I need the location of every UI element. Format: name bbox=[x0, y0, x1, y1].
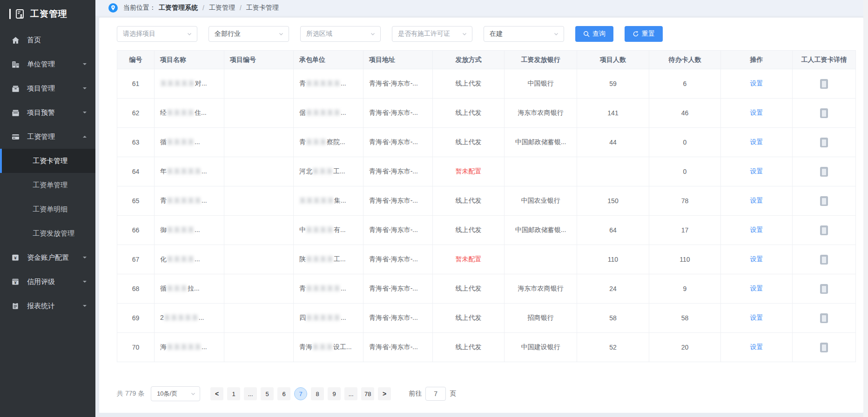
content-card: 请选择项目全部行业所选区域是否有施工许可证在建查询重置 编号项目名称项目编号承包… bbox=[99, 18, 863, 413]
visible-fragment: 陕 bbox=[299, 255, 306, 263]
page-size-select[interactable]: 10条/页 bbox=[151, 386, 200, 401]
breadcrumb-root[interactable]: 工资管理系统 bbox=[159, 4, 198, 12]
cell-pay-method: 暂未配置 bbox=[433, 157, 505, 186]
cell-people-count: 58 bbox=[577, 304, 649, 333]
cell-people-count: 141 bbox=[577, 99, 649, 128]
reset-button[interactable]: 重置 bbox=[625, 26, 663, 42]
sidebar-item-funds[interactable]: ¥资金账户配置 bbox=[0, 245, 95, 270]
goto-page-input[interactable] bbox=[425, 387, 446, 401]
cell-card-detail bbox=[793, 157, 856, 186]
settings-link[interactable]: 设置 bbox=[750, 197, 763, 204]
page-button-9[interactable]: 9 bbox=[328, 387, 341, 400]
breadcrumb-item[interactable]: 工资卡管理 bbox=[246, 4, 279, 12]
cell-project-name: 化某某某某... bbox=[155, 245, 224, 274]
worker-card-detail-icon[interactable] bbox=[820, 343, 828, 352]
worker-card-detail-icon[interactable] bbox=[820, 108, 828, 118]
sidebar-item-home[interactable]: 首页 bbox=[0, 28, 95, 52]
cell-actions: 设置 bbox=[721, 99, 793, 128]
next-page-button[interactable]: > bbox=[378, 387, 391, 400]
page-button-6[interactable]: 6 bbox=[277, 387, 290, 400]
page-ellipsis: ... bbox=[344, 387, 357, 400]
chevron-down-icon bbox=[370, 31, 376, 37]
project-select[interactable]: 请选择项目 bbox=[117, 26, 197, 42]
status-select[interactable]: 在建 bbox=[484, 26, 564, 42]
worker-card-detail-icon[interactable] bbox=[820, 313, 828, 323]
region-select[interactable]: 所选区域 bbox=[300, 26, 381, 42]
worker-card-detail-icon[interactable] bbox=[820, 284, 828, 294]
sidebar-subitem-工资发放管理[interactable]: 工资发放管理 bbox=[0, 221, 95, 245]
cell-id: 64 bbox=[117, 157, 155, 186]
sidebar-subitem-工资单明细[interactable]: 工资单明细 bbox=[0, 197, 95, 221]
page-button-8[interactable]: 8 bbox=[311, 387, 324, 400]
redacted-text: 某某某某某 bbox=[306, 314, 341, 321]
sidebar-item-alerts[interactable]: 项目预警 bbox=[0, 100, 95, 125]
worker-card-detail-icon[interactable] bbox=[820, 196, 828, 206]
page-scrollbar[interactable] bbox=[863, 0, 868, 417]
industry-select[interactable]: 全部行业 bbox=[209, 26, 289, 42]
page-button-1[interactable]: 1 bbox=[227, 387, 240, 400]
worker-card-detail-icon[interactable] bbox=[820, 225, 828, 235]
redacted-text: 某某某某某 bbox=[160, 79, 195, 87]
settings-link[interactable]: 设置 bbox=[750, 343, 763, 351]
units-icon bbox=[11, 60, 20, 69]
truncation-ellipsis: ... bbox=[202, 197, 207, 204]
worker-card-detail-icon[interactable] bbox=[820, 255, 828, 265]
chevron-down-icon bbox=[82, 279, 87, 284]
cell-contractor: 青海某某某设工... bbox=[294, 333, 363, 362]
cell-project-code bbox=[224, 128, 294, 157]
page-button-78[interactable]: 78 bbox=[361, 387, 374, 400]
column-header-操作: 操作 bbox=[721, 51, 793, 69]
breadcrumb-item[interactable]: 工资管理 bbox=[209, 4, 235, 12]
prev-page-button[interactable]: < bbox=[210, 387, 223, 400]
sidebar-subitem-工资单管理[interactable]: 工资单管理 bbox=[0, 173, 95, 197]
cell-project-name: 循某某某某... bbox=[155, 128, 224, 157]
cell-people-count: 150 bbox=[577, 186, 649, 216]
cell-contractor: 青某某某察院... bbox=[294, 128, 363, 157]
cell-address: 青海省-海东市-... bbox=[363, 186, 433, 216]
cell-contractor: 中某某某某有... bbox=[294, 216, 363, 245]
cell-project-name: 青某某某某某... bbox=[155, 186, 224, 216]
settings-link[interactable]: 设置 bbox=[750, 285, 763, 292]
cell-contractor: 河北某某某工... bbox=[294, 157, 363, 186]
worker-card-detail-icon[interactable] bbox=[820, 167, 828, 177]
table-row: 62经某某某某住...倨某某某某某...青海省-海东市-...线上代发海东市农商… bbox=[117, 99, 856, 128]
truncation-ellipsis: ... bbox=[346, 343, 352, 351]
permit-select[interactable]: 是否有施工许可证 bbox=[392, 26, 472, 42]
app-title: 工资管理 bbox=[30, 8, 67, 20]
redacted-text: 某某某某某 bbox=[299, 197, 334, 204]
worker-card-detail-icon[interactable] bbox=[820, 138, 828, 147]
alerts-icon bbox=[11, 108, 20, 117]
sidebar-item-credit[interactable]: ¥信用评级 bbox=[0, 270, 95, 294]
cell-pending-cards: 0 bbox=[649, 128, 721, 157]
settings-link[interactable]: 设置 bbox=[750, 138, 763, 146]
table-row: 692某某某某某...四某某某某某...青海省-海东市-...线上代发招商银行5… bbox=[117, 304, 856, 333]
settings-link[interactable]: 设置 bbox=[750, 226, 763, 233]
sidebar-item-projects[interactable]: 项目管理 bbox=[0, 76, 95, 100]
sidebar-item-units[interactable]: 单位管理 bbox=[0, 52, 95, 76]
page-ellipsis: ... bbox=[244, 387, 257, 400]
cell-id: 66 bbox=[117, 216, 155, 245]
cell-contractor: 陕某某某某工... bbox=[294, 245, 363, 274]
settings-link[interactable]: 设置 bbox=[750, 255, 763, 263]
settings-link[interactable]: 设置 bbox=[750, 167, 763, 175]
table-row: 65青某某某某某...某某某某某集...青海省-海东市-...线上代发中国农业银… bbox=[117, 186, 856, 216]
page-button-7[interactable]: 7 bbox=[294, 387, 307, 400]
sidebar-subitem-工资卡管理[interactable]: 工资卡管理 bbox=[0, 149, 95, 173]
cell-pending-cards: 20 bbox=[649, 333, 721, 362]
truncation-ellipsis: ... bbox=[340, 167, 345, 175]
visible-fragment: 对 bbox=[195, 79, 202, 87]
sidebar-item-label: 报表统计 bbox=[27, 302, 55, 311]
cell-pending-cards: 9 bbox=[649, 274, 721, 304]
cell-card-detail bbox=[793, 128, 856, 157]
query-button[interactable]: 查询 bbox=[575, 26, 613, 42]
sidebar-item-reports[interactable]: 报表统计 bbox=[0, 294, 95, 318]
redacted-text: 某某某 bbox=[167, 285, 188, 292]
settings-link[interactable]: 设置 bbox=[750, 109, 763, 116]
cell-people-count: 44 bbox=[577, 128, 649, 157]
worker-card-detail-icon[interactable] bbox=[820, 79, 828, 89]
settings-link[interactable]: 设置 bbox=[750, 314, 763, 321]
cell-project-code bbox=[224, 99, 294, 128]
sidebar-item-wages[interactable]: 工资管理 bbox=[0, 125, 95, 149]
page-button-5[interactable]: 5 bbox=[261, 387, 274, 400]
settings-link[interactable]: 设置 bbox=[750, 79, 763, 87]
